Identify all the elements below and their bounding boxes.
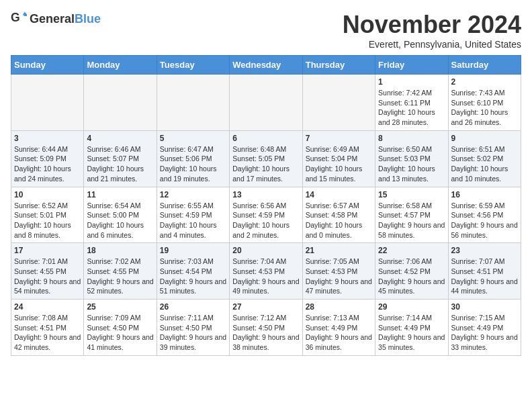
day-number: 10 xyxy=(14,190,81,199)
calendar-cell: 17Sunrise: 7:01 AMSunset: 4:55 PMDayligh… xyxy=(11,243,84,300)
location-title: Everett, Pennsylvania, United States xyxy=(343,39,521,50)
day-number: 11 xyxy=(87,190,153,199)
day-number: 21 xyxy=(306,246,372,255)
calendar-cell: 18Sunrise: 7:02 AMSunset: 4:55 PMDayligh… xyxy=(84,243,157,300)
calendar-cell: 13Sunrise: 6:56 AMSunset: 4:59 PMDayligh… xyxy=(230,187,302,243)
day-number: 8 xyxy=(378,134,445,143)
weekday-header-saturday: Saturday xyxy=(448,56,521,75)
day-number: 4 xyxy=(87,134,153,143)
calendar-week-row: 10Sunrise: 6:52 AMSunset: 5:01 PMDayligh… xyxy=(11,187,521,243)
calendar-cell: 12Sunrise: 6:55 AMSunset: 4:59 PMDayligh… xyxy=(157,187,229,243)
day-number: 24 xyxy=(14,302,81,312)
day-info: Sunrise: 6:47 AMSunset: 5:06 PMDaylight:… xyxy=(160,144,226,184)
svg-text:G: G xyxy=(11,11,20,24)
day-number: 6 xyxy=(232,134,299,143)
day-info: Sunrise: 7:43 AMSunset: 6:10 PMDaylight:… xyxy=(451,88,518,128)
day-number: 25 xyxy=(87,302,153,312)
header: G GeneralBlue November 2024 Everett, Pen… xyxy=(11,11,521,50)
day-info: Sunrise: 6:49 AMSunset: 5:04 PMDaylight:… xyxy=(306,144,372,184)
day-info: Sunrise: 7:14 AMSunset: 4:49 PMDaylight:… xyxy=(378,313,445,353)
weekday-header-monday: Monday xyxy=(84,56,157,75)
logo-icon: G xyxy=(11,11,27,27)
day-number: 22 xyxy=(378,246,445,255)
day-info: Sunrise: 6:59 AMSunset: 4:56 PMDaylight:… xyxy=(451,201,518,240)
title-area: November 2024 Everett, Pennsylvania, Uni… xyxy=(343,11,521,50)
day-number: 18 xyxy=(87,246,153,255)
calendar-week-row: 3Sunrise: 6:44 AMSunset: 5:09 PMDaylight… xyxy=(11,130,521,187)
calendar-week-row: 24Sunrise: 7:08 AMSunset: 4:51 PMDayligh… xyxy=(11,300,521,356)
day-number: 26 xyxy=(160,302,226,312)
logo: G GeneralBlue xyxy=(11,11,101,27)
day-info: Sunrise: 6:55 AMSunset: 4:59 PMDaylight:… xyxy=(160,201,226,240)
day-number: 14 xyxy=(306,190,372,199)
weekday-header-friday: Friday xyxy=(375,56,448,75)
day-info: Sunrise: 7:02 AMSunset: 4:55 PMDaylight:… xyxy=(87,257,153,296)
day-number: 2 xyxy=(451,77,518,87)
calendar-cell: 9Sunrise: 6:51 AMSunset: 5:02 PMDaylight… xyxy=(448,130,521,187)
weekday-header-tuesday: Tuesday xyxy=(157,56,229,75)
day-number: 28 xyxy=(306,302,372,312)
day-info: Sunrise: 6:50 AMSunset: 5:03 PMDaylight:… xyxy=(378,144,445,184)
day-number: 3 xyxy=(14,134,81,143)
day-info: Sunrise: 6:58 AMSunset: 4:57 PMDaylight:… xyxy=(378,201,445,240)
day-info: Sunrise: 7:08 AMSunset: 4:51 PMDaylight:… xyxy=(14,313,81,353)
day-number: 13 xyxy=(232,190,299,199)
calendar-cell: 26Sunrise: 7:11 AMSunset: 4:50 PMDayligh… xyxy=(157,300,229,356)
calendar-cell: 27Sunrise: 7:12 AMSunset: 4:50 PMDayligh… xyxy=(230,300,302,356)
day-number: 1 xyxy=(378,77,445,87)
day-info: Sunrise: 7:03 AMSunset: 4:54 PMDaylight:… xyxy=(160,257,226,296)
day-info: Sunrise: 7:42 AMSunset: 6:11 PMDaylight:… xyxy=(378,88,445,128)
calendar-cell: 3Sunrise: 6:44 AMSunset: 5:09 PMDaylight… xyxy=(11,130,84,187)
calendar-cell: 30Sunrise: 7:15 AMSunset: 4:49 PMDayligh… xyxy=(448,300,521,356)
day-info: Sunrise: 6:44 AMSunset: 5:09 PMDaylight:… xyxy=(14,144,81,184)
calendar-cell xyxy=(11,75,84,131)
day-info: Sunrise: 6:46 AMSunset: 5:07 PMDaylight:… xyxy=(87,144,153,184)
day-number: 5 xyxy=(160,134,226,143)
day-info: Sunrise: 7:12 AMSunset: 4:50 PMDaylight:… xyxy=(232,313,299,353)
calendar-cell xyxy=(230,75,302,131)
day-number: 20 xyxy=(232,246,299,255)
calendar-cell: 11Sunrise: 6:54 AMSunset: 5:00 PMDayligh… xyxy=(84,187,157,243)
day-info: Sunrise: 7:04 AMSunset: 4:53 PMDaylight:… xyxy=(232,257,299,296)
calendar-week-row: 1Sunrise: 7:42 AMSunset: 6:11 PMDaylight… xyxy=(11,75,521,131)
calendar-cell: 5Sunrise: 6:47 AMSunset: 5:06 PMDaylight… xyxy=(157,130,229,187)
day-number: 17 xyxy=(14,246,81,255)
weekday-header-wednesday: Wednesday xyxy=(230,56,302,75)
calendar-cell: 4Sunrise: 6:46 AMSunset: 5:07 PMDaylight… xyxy=(84,130,157,187)
calendar-header-row: SundayMondayTuesdayWednesdayThursdayFrid… xyxy=(11,56,521,75)
month-title: November 2024 xyxy=(343,11,521,39)
weekday-header-sunday: Sunday xyxy=(11,56,84,75)
calendar-cell: 1Sunrise: 7:42 AMSunset: 6:11 PMDaylight… xyxy=(375,75,448,131)
day-info: Sunrise: 7:09 AMSunset: 4:50 PMDaylight:… xyxy=(87,313,153,353)
day-number: 12 xyxy=(160,190,226,199)
day-number: 15 xyxy=(378,190,445,199)
day-info: Sunrise: 6:51 AMSunset: 5:02 PMDaylight:… xyxy=(451,144,518,184)
calendar-cell: 29Sunrise: 7:14 AMSunset: 4:49 PMDayligh… xyxy=(375,300,448,356)
calendar-cell: 20Sunrise: 7:04 AMSunset: 4:53 PMDayligh… xyxy=(230,243,302,300)
logo-blue: Blue xyxy=(75,12,101,26)
logo-general: General xyxy=(30,12,75,26)
calendar-cell: 7Sunrise: 6:49 AMSunset: 5:04 PMDaylight… xyxy=(302,130,375,187)
day-number: 19 xyxy=(160,246,226,255)
day-info: Sunrise: 7:01 AMSunset: 4:55 PMDaylight:… xyxy=(14,257,81,296)
day-info: Sunrise: 6:57 AMSunset: 4:58 PMDaylight:… xyxy=(306,201,372,240)
day-info: Sunrise: 6:56 AMSunset: 4:59 PMDaylight:… xyxy=(232,201,299,240)
day-number: 23 xyxy=(451,246,518,255)
calendar-cell: 2Sunrise: 7:43 AMSunset: 6:10 PMDaylight… xyxy=(448,75,521,131)
calendar-cell: 14Sunrise: 6:57 AMSunset: 4:58 PMDayligh… xyxy=(302,187,375,243)
calendar-cell xyxy=(157,75,229,131)
calendar-cell: 21Sunrise: 7:05 AMSunset: 4:53 PMDayligh… xyxy=(302,243,375,300)
calendar-cell: 25Sunrise: 7:09 AMSunset: 4:50 PMDayligh… xyxy=(84,300,157,356)
calendar-cell: 24Sunrise: 7:08 AMSunset: 4:51 PMDayligh… xyxy=(11,300,84,356)
day-info: Sunrise: 7:11 AMSunset: 4:50 PMDaylight:… xyxy=(160,313,226,353)
calendar-cell: 15Sunrise: 6:58 AMSunset: 4:57 PMDayligh… xyxy=(375,187,448,243)
calendar-cell xyxy=(84,75,157,131)
calendar-cell: 19Sunrise: 7:03 AMSunset: 4:54 PMDayligh… xyxy=(157,243,229,300)
calendar-cell: 6Sunrise: 6:48 AMSunset: 5:05 PMDaylight… xyxy=(230,130,302,187)
weekday-header-thursday: Thursday xyxy=(302,56,375,75)
calendar-cell: 16Sunrise: 6:59 AMSunset: 4:56 PMDayligh… xyxy=(448,187,521,243)
calendar-cell: 10Sunrise: 6:52 AMSunset: 5:01 PMDayligh… xyxy=(11,187,84,243)
day-info: Sunrise: 7:06 AMSunset: 4:52 PMDaylight:… xyxy=(378,257,445,296)
day-number: 16 xyxy=(451,190,518,199)
calendar-cell: 23Sunrise: 7:07 AMSunset: 4:51 PMDayligh… xyxy=(448,243,521,300)
